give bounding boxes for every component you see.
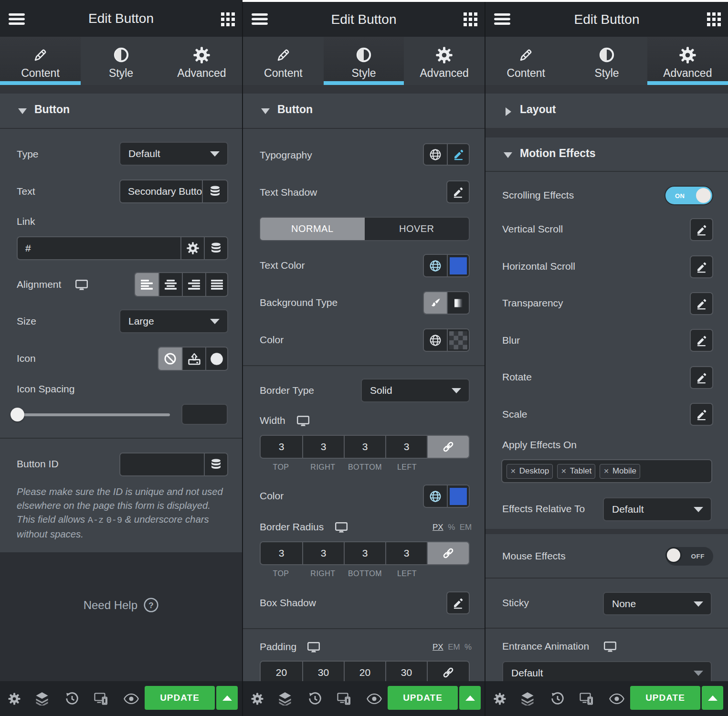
svg-text:?: ?: [149, 601, 154, 610]
